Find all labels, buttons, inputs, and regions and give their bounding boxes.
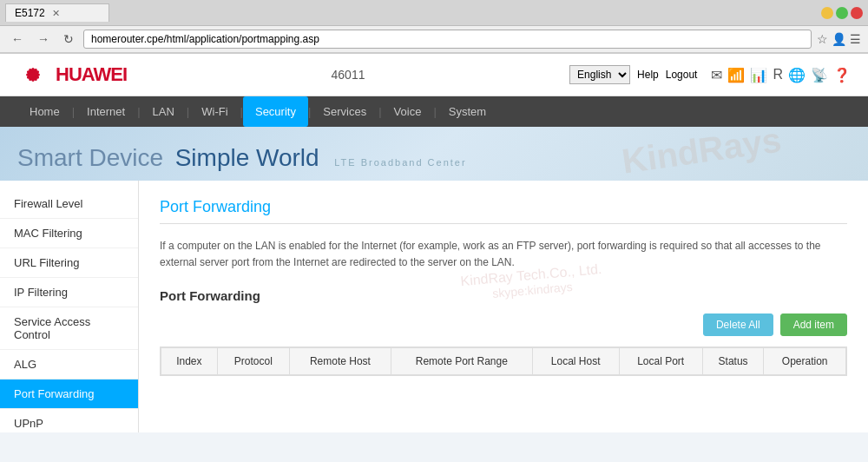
- table-header-row: Index Protocol Remote Host Remote Port R…: [161, 348, 846, 375]
- sidebar-item-url-filtering[interactable]: URL Filtering: [0, 248, 138, 278]
- back-button[interactable]: ←: [7, 30, 28, 48]
- signal-icon[interactable]: 📶: [727, 67, 745, 83]
- col-remote-host: Remote Host: [290, 348, 391, 375]
- nav-voice[interactable]: Voice: [382, 96, 434, 127]
- delete-all-button[interactable]: Delete All: [703, 314, 773, 336]
- window-minimize-button[interactable]: [821, 7, 833, 19]
- button-area: Delete All Add item: [160, 314, 847, 336]
- tab-close-icon[interactable]: ✕: [52, 8, 60, 19]
- nav-bar: Home | Internet | LAN | Wi-Fi | Security…: [0, 96, 868, 127]
- col-local-port: Local Port: [619, 348, 702, 375]
- page-title: Port Forwarding: [160, 198, 847, 216]
- nav-services[interactable]: Services: [311, 96, 378, 127]
- hero-smart-device: Smart Device: [17, 144, 163, 171]
- url-input[interactable]: [83, 30, 812, 49]
- add-item-button[interactable]: Add item: [780, 314, 847, 336]
- logo-area: HUAWEI: [17, 59, 127, 90]
- hero-subtitle: LTE Broadband Center: [334, 157, 466, 168]
- huawei-logo-icon: [17, 59, 49, 90]
- header-center-text: 46011: [127, 68, 569, 82]
- menu-icon[interactable]: ☰: [850, 32, 861, 46]
- col-index: Index: [161, 348, 218, 375]
- nav-system[interactable]: System: [437, 96, 498, 127]
- language-select[interactable]: English: [569, 65, 630, 84]
- forward-button[interactable]: →: [33, 30, 54, 48]
- sidebar-item-mac-filtering[interactable]: MAC Filtering: [0, 219, 138, 248]
- sidebar-item-upnp[interactable]: UPnP: [0, 409, 138, 432]
- sidebar-item-service-access-control[interactable]: Service Access Control: [0, 307, 138, 350]
- nav-internet[interactable]: Internet: [75, 96, 137, 127]
- reload-button[interactable]: ↻: [59, 30, 78, 48]
- sidebar-item-port-forwarding[interactable]: Port Forwarding: [0, 380, 138, 409]
- huawei-logo-text: HUAWEI: [56, 63, 127, 86]
- section-title: Port Forwarding: [160, 288, 847, 303]
- stats-icon[interactable]: 📊: [750, 67, 767, 83]
- logout-link[interactable]: Logout: [666, 69, 698, 81]
- col-remote-port-range: Remote Port Range: [391, 348, 532, 375]
- page-description: If a computer on the LAN is enabled for …: [160, 238, 847, 271]
- sidebar: Firewall Level MAC Filtering URL Filteri…: [0, 181, 139, 432]
- hero-banner: Smart Device Simple World LTE Broadband …: [0, 127, 868, 181]
- sidebar-item-firewall-level[interactable]: Firewall Level: [0, 189, 138, 219]
- hero-simple-world: Simple World: [175, 144, 319, 171]
- window-maximize-button[interactable]: [836, 7, 848, 19]
- main-content-area: Port Forwarding If a computer on the LAN…: [139, 181, 868, 432]
- window-close-button[interactable]: [851, 7, 863, 19]
- nav-security[interactable]: Security: [243, 96, 308, 127]
- col-status: Status: [702, 348, 764, 375]
- sidebar-item-ip-filtering[interactable]: IP Filtering: [0, 278, 138, 307]
- kindray-watermark: KindRays: [619, 127, 783, 181]
- profile-icon[interactable]: 👤: [832, 32, 846, 46]
- col-operation: Operation: [764, 348, 846, 375]
- help-link[interactable]: Help: [637, 69, 659, 81]
- wifi-icon[interactable]: 📡: [811, 67, 828, 83]
- tab-title: E5172: [15, 7, 45, 19]
- email-icon[interactable]: ✉: [711, 67, 722, 83]
- port-forwarding-table: Index Protocol Remote Host Remote Port R…: [161, 347, 846, 375]
- col-local-host: Local Host: [532, 348, 619, 375]
- nav-wifi[interactable]: Wi-Fi: [189, 96, 240, 127]
- help-icon[interactable]: ❓: [833, 67, 851, 83]
- router-icon[interactable]: R: [773, 67, 783, 82]
- nav-lan[interactable]: LAN: [141, 96, 187, 127]
- port-forwarding-table-container: Index Protocol Remote Host Remote Port R…: [160, 346, 847, 376]
- bookmark-icon[interactable]: ☆: [817, 32, 828, 46]
- col-protocol: Protocol: [217, 348, 289, 375]
- browser-tab[interactable]: E5172 ✕: [5, 3, 109, 22]
- title-divider: [160, 223, 847, 224]
- globe-icon[interactable]: 🌐: [788, 67, 806, 83]
- sidebar-item-alg[interactable]: ALG: [0, 350, 138, 380]
- nav-home[interactable]: Home: [17, 96, 72, 127]
